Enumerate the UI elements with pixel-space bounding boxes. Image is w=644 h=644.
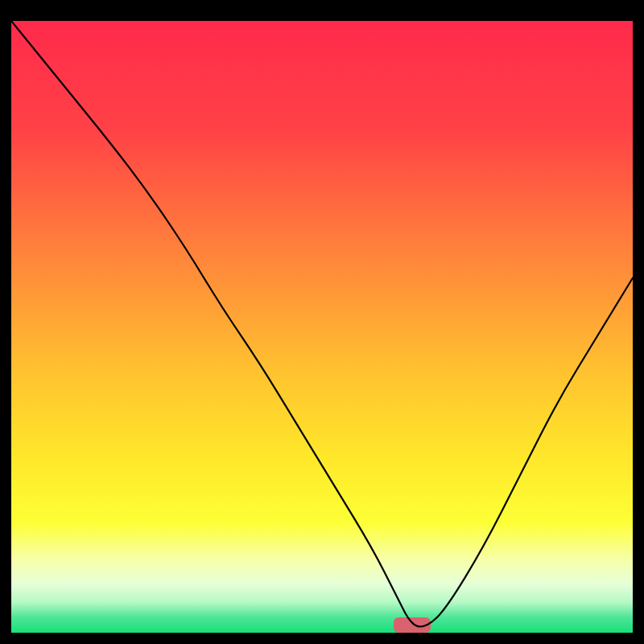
frame-border-top <box>0 0 644 21</box>
plot-area <box>11 21 633 633</box>
frame-border-left <box>0 0 11 644</box>
bottleneck-curve <box>11 21 633 626</box>
frame-border-bottom <box>0 633 644 644</box>
curve-svg <box>11 21 633 633</box>
chart-canvas: TheBottleneck.com <box>0 0 644 644</box>
frame-border-right <box>633 0 644 644</box>
